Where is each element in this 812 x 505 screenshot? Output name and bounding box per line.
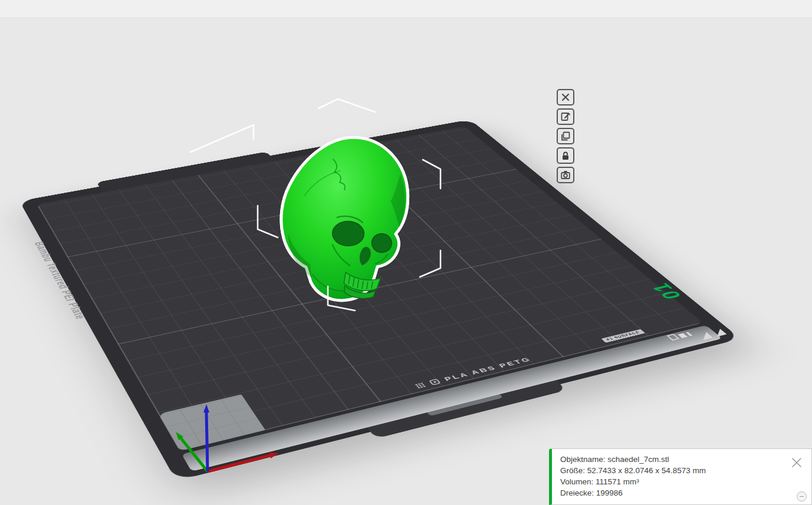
info-panel-close-button[interactable]	[789, 455, 804, 470]
corner-triangle-icon	[711, 329, 727, 336]
lock-plate-button[interactable]	[557, 147, 574, 164]
close-icon	[560, 92, 571, 103]
object-triangles-line: Dreiecke: 199986	[560, 487, 782, 499]
stacked-plates-icon	[560, 131, 571, 141]
plate-settings-button[interactable]	[557, 128, 574, 144]
top-strip	[0, 0, 812, 18]
delete-plate-button[interactable]	[557, 89, 574, 105]
plate-toolbar	[557, 89, 574, 183]
object-name-line: Objektname: schaedel_7cm.stl	[560, 454, 782, 465]
object-info-panel: Objektname: schaedel_7cm.stl Größe: 52.7…	[549, 448, 812, 505]
rename-plate-button[interactable]	[557, 108, 574, 125]
lock-icon	[560, 150, 571, 161]
object-size-line: Größe: 52.7433 x 82.0746 x 54.8573 mm	[560, 465, 782, 476]
close-icon	[789, 455, 804, 470]
skull-eye-socket	[332, 221, 364, 246]
collapse-icon[interactable]	[797, 491, 807, 501]
object-info-lines: Objektname: schaedel_7cm.stl Größe: 52.7…	[560, 454, 782, 499]
qr-icon	[429, 378, 441, 385]
edit-name-icon	[560, 111, 571, 122]
model-skull[interactable]	[265, 131, 422, 306]
object-volume-line: Volumen: 111571 mm³	[560, 476, 782, 487]
plate-snapshot-button[interactable]	[557, 167, 574, 183]
skull-silhouette	[269, 131, 416, 306]
camera-icon	[560, 170, 571, 180]
